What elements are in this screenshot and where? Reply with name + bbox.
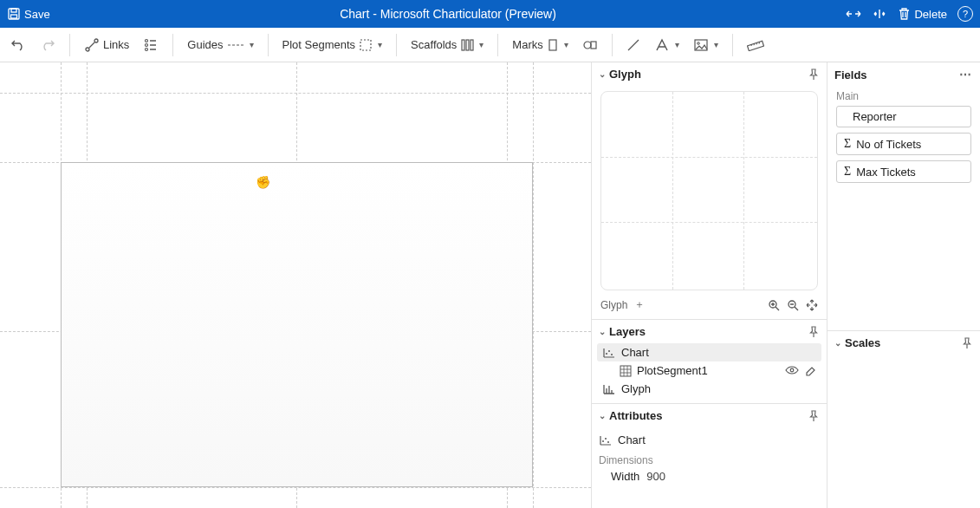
glyph-icon [602,383,616,395]
svg-point-6 [146,43,148,46]
fit-page-icon[interactable] [872,8,887,20]
text-icon [654,37,670,53]
glyph-panel: ⌄ Glyph Glyph ＋ [592,62,827,320]
field-no-of-tickets[interactable]: ΣNo of Tickets [836,133,971,155]
collapse-toggle[interactable]: ⌄ [599,411,606,420]
more-button[interactable]: ⋯ [959,68,973,81]
save-button[interactable]: Save [7,7,50,21]
scales-panel: ⌄ Scales [827,331,980,508]
redo-button[interactable] [35,34,61,56]
svg-point-24 [790,368,794,372]
help-button[interactable]: ? [957,6,973,22]
layer-row-plotsegment[interactable]: PlotSegment1 [597,361,821,380]
scaffolds-label: Scaffolds [411,38,457,51]
svg-point-5 [146,39,148,42]
plot-segments-label: Plot Segments [282,38,356,51]
fields-group-label: Main [836,90,971,102]
sigma-icon: Σ [844,137,851,151]
field-reporter[interactable]: Reporter [836,106,971,127]
marks-button[interactable]: Marks ▾ [507,35,573,55]
text-mark-button[interactable]: ▾ [649,34,685,56]
guide-line-icon [227,41,244,49]
legend-icon [143,37,159,53]
chevron-down-icon: ▾ [714,40,718,49]
pin-icon[interactable] [808,68,820,81]
chart-canvas[interactable]: ✊ [0,62,592,508]
glyph-footer-label: Glyph [600,299,627,311]
main-area: ✊ ⌄ Glyph Glyph ＋ [0,62,980,508]
svg-point-25 [602,440,604,442]
delete-button[interactable]: Delete [898,7,947,21]
plot-segments-button[interactable]: Plot Segments ▾ [277,35,388,55]
collapse-toggle[interactable]: ⌄ [599,327,606,336]
image-icon [693,38,709,52]
collapse-toggle[interactable]: ⌄ [834,338,841,348]
plot-segment-rect[interactable] [61,162,533,487]
svg-point-16 [697,42,699,44]
legend-button[interactable] [138,34,164,56]
svg-rect-23 [620,366,631,376]
fit-horizontal-icon[interactable] [846,8,861,20]
scaffold-icon [460,38,474,52]
svg-point-27 [607,441,609,443]
chevron-down-icon: ▾ [250,40,254,49]
guides-button[interactable]: Guides ▾ [182,35,258,55]
links-label: Links [103,38,129,51]
zoom-in-button[interactable] [768,299,780,311]
attributes-panel: ⌄ Attributes Chart Dimensions Width [592,404,827,508]
marks-label: Marks [512,38,542,51]
layers-panel-title: Layers [609,325,646,338]
chart-icon [602,347,616,359]
chevron-down-icon: ▾ [479,40,484,49]
scaffolds-button[interactable]: Scaffolds ▾ [406,35,489,55]
svg-rect-11 [471,40,473,50]
attr-scope-label: Chart [618,433,646,446]
svg-point-4 [94,39,98,42]
svg-point-3 [86,48,89,51]
trash-icon [898,7,911,21]
undo-button[interactable] [5,34,31,56]
svg-rect-17 [747,41,763,50]
chevron-down-icon: ▾ [564,40,568,49]
image-mark-button[interactable]: ▾ [688,35,724,55]
pin-icon[interactable] [808,326,820,338]
svg-rect-0 [9,9,19,19]
svg-rect-12 [549,40,556,50]
save-label: Save [24,8,50,21]
layer-row-chart[interactable]: Chart [597,343,821,361]
line-icon [626,38,640,52]
visibility-toggle[interactable] [785,365,799,377]
svg-point-22 [611,354,613,355]
ruler-icon [747,39,764,51]
collapse-toggle[interactable]: ⌄ [599,69,606,79]
add-glyph-button[interactable]: ＋ [634,297,645,312]
line-mark-button[interactable] [621,35,646,55]
attr-section-label: Dimensions [599,454,820,466]
zoom-out-button[interactable] [787,299,799,311]
svg-rect-8 [360,40,371,50]
toolbar: Links Guides ▾ Plot Segments ▾ Scaffolds… [0,28,980,62]
svg-rect-2 [11,15,17,18]
links-button[interactable]: Links [79,34,134,56]
layer-label: Chart [621,346,649,359]
zoom-fit-button[interactable] [806,299,818,311]
save-icon [7,7,21,21]
attr-width-label: Width [611,470,639,483]
glyph-editor[interactable] [600,91,818,290]
layer-label: PlotSegment1 [637,364,708,377]
svg-point-13 [584,42,591,49]
chevron-down-icon: ▾ [675,40,679,49]
layer-row-glyph[interactable]: Glyph [597,380,821,398]
pin-icon[interactable] [961,337,973,349]
rect-mark-icon [547,38,559,52]
pin-icon[interactable] [808,410,820,422]
attr-scope-chart[interactable]: Chart [599,431,820,449]
field-max-tickets[interactable]: ΣMax Tickets [836,160,971,183]
erase-button[interactable] [804,365,816,377]
ruler-button[interactable] [742,36,769,55]
scales-panel-title: Scales [845,336,880,349]
symbol-mark-button[interactable] [577,34,603,56]
grid-icon [620,365,632,377]
attr-width-input[interactable] [646,470,698,483]
svg-point-21 [608,350,610,352]
